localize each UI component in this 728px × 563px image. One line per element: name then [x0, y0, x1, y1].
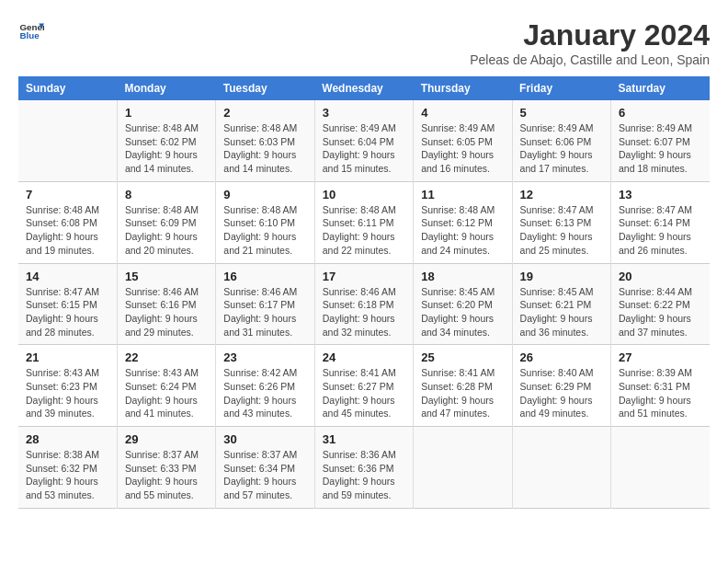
- calendar-cell: 13Sunrise: 8:47 AMSunset: 6:14 PMDayligh…: [611, 181, 710, 263]
- cell-info: Sunrise: 8:48 AMSunset: 6:08 PMDaylight:…: [26, 203, 109, 258]
- calendar-cell: 6Sunrise: 8:49 AMSunset: 6:07 PMDaylight…: [611, 100, 710, 181]
- calendar-cell: 11Sunrise: 8:48 AMSunset: 6:12 PMDayligh…: [414, 181, 512, 263]
- day-number: 4: [421, 106, 504, 120]
- calendar-cell: 22Sunrise: 8:43 AMSunset: 6:24 PMDayligh…: [117, 345, 215, 427]
- calendar-cell: 3Sunrise: 8:49 AMSunset: 6:04 PMDaylight…: [314, 100, 413, 181]
- day-number: 11: [421, 188, 504, 201]
- cell-info: Sunrise: 8:48 AMSunset: 6:02 PMDaylight:…: [125, 121, 208, 176]
- day-number: 27: [619, 350, 702, 364]
- day-number: 26: [520, 350, 603, 364]
- calendar-cell: 30Sunrise: 8:37 AMSunset: 6:34 PMDayligh…: [216, 427, 314, 509]
- calendar-week-3: 14Sunrise: 8:47 AMSunset: 6:15 PMDayligh…: [18, 263, 710, 345]
- cell-info: Sunrise: 8:38 AMSunset: 6:32 PMDaylight:…: [26, 448, 109, 502]
- calendar-cell: 18Sunrise: 8:45 AMSunset: 6:20 PMDayligh…: [414, 263, 512, 345]
- day-number: 17: [323, 270, 405, 283]
- day-number: 7: [26, 188, 109, 201]
- calendar-cell: 23Sunrise: 8:42 AMSunset: 6:26 PMDayligh…: [216, 345, 314, 427]
- calendar-cell: 20Sunrise: 8:44 AMSunset: 6:22 PMDayligh…: [611, 263, 710, 345]
- day-number: 12: [520, 188, 603, 201]
- page-subtitle: Peleas de Abajo, Castille and Leon, Spai…: [470, 52, 710, 67]
- day-number: 8: [125, 188, 208, 201]
- calendar-cell: 25Sunrise: 8:41 AMSunset: 6:28 PMDayligh…: [414, 345, 512, 427]
- cell-info: Sunrise: 8:47 AMSunset: 6:15 PMDaylight:…: [26, 285, 109, 339]
- day-number: 3: [323, 106, 405, 120]
- day-number: 19: [520, 270, 603, 283]
- cell-info: Sunrise: 8:49 AMSunset: 6:04 PMDaylight:…: [323, 121, 405, 176]
- day-header-thursday: Thursday: [414, 76, 512, 100]
- calendar-cell: 12Sunrise: 8:47 AMSunset: 6:13 PMDayligh…: [512, 181, 610, 263]
- cell-info: Sunrise: 8:39 AMSunset: 6:31 PMDaylight:…: [619, 366, 702, 420]
- day-header-friday: Friday: [512, 76, 610, 100]
- calendar-week-1: 1Sunrise: 8:48 AMSunset: 6:02 PMDaylight…: [18, 100, 710, 181]
- day-number: 22: [125, 350, 208, 364]
- day-number: 5: [520, 106, 603, 120]
- calendar-cell: 21Sunrise: 8:43 AMSunset: 6:23 PMDayligh…: [18, 345, 117, 427]
- calendar-cell: 2Sunrise: 8:48 AMSunset: 6:03 PMDaylight…: [216, 100, 314, 181]
- day-number: 1: [125, 106, 208, 120]
- cell-info: Sunrise: 8:46 AMSunset: 6:16 PMDaylight:…: [125, 285, 208, 339]
- calendar-cell: 8Sunrise: 8:48 AMSunset: 6:09 PMDaylight…: [117, 181, 215, 263]
- calendar-cell: 4Sunrise: 8:49 AMSunset: 6:05 PMDaylight…: [414, 100, 512, 181]
- cell-info: Sunrise: 8:40 AMSunset: 6:29 PMDaylight:…: [520, 366, 603, 420]
- calendar-cell: 15Sunrise: 8:46 AMSunset: 6:16 PMDayligh…: [117, 263, 215, 345]
- calendar-header-row: SundayMondayTuesdayWednesdayThursdayFrid…: [18, 76, 710, 100]
- cell-info: Sunrise: 8:44 AMSunset: 6:22 PMDaylight:…: [619, 285, 702, 339]
- day-header-sunday: Sunday: [18, 76, 117, 100]
- day-number: 9: [223, 188, 306, 201]
- cell-info: Sunrise: 8:48 AMSunset: 6:10 PMDaylight:…: [223, 203, 306, 258]
- day-header-tuesday: Tuesday: [216, 76, 314, 100]
- logo-icon: General Blue: [18, 18, 44, 44]
- day-number: 15: [125, 270, 208, 283]
- day-number: 10: [323, 188, 405, 201]
- day-number: 18: [421, 270, 504, 283]
- logo: General Blue: [18, 18, 44, 44]
- day-number: 13: [619, 188, 702, 201]
- cell-info: Sunrise: 8:47 AMSunset: 6:14 PMDaylight:…: [619, 203, 702, 258]
- calendar-cell: [414, 427, 512, 509]
- calendar-cell: 24Sunrise: 8:41 AMSunset: 6:27 PMDayligh…: [314, 345, 413, 427]
- day-number: 30: [223, 432, 306, 446]
- cell-info: Sunrise: 8:49 AMSunset: 6:05 PMDaylight:…: [421, 121, 504, 176]
- day-number: 25: [421, 350, 504, 364]
- cell-info: Sunrise: 8:43 AMSunset: 6:23 PMDaylight:…: [26, 366, 109, 420]
- calendar-cell: 17Sunrise: 8:46 AMSunset: 6:18 PMDayligh…: [314, 263, 413, 345]
- day-header-monday: Monday: [117, 76, 215, 100]
- cell-info: Sunrise: 8:41 AMSunset: 6:27 PMDaylight:…: [323, 366, 405, 420]
- day-number: 21: [26, 350, 109, 364]
- cell-info: Sunrise: 8:47 AMSunset: 6:13 PMDaylight:…: [520, 203, 603, 258]
- calendar-cell: 31Sunrise: 8:36 AMSunset: 6:36 PMDayligh…: [314, 427, 413, 509]
- day-number: 24: [323, 350, 405, 364]
- calendar-cell: [18, 100, 117, 181]
- day-number: 6: [619, 106, 702, 120]
- cell-info: Sunrise: 8:48 AMSunset: 6:03 PMDaylight:…: [223, 121, 306, 176]
- calendar-table: SundayMondayTuesdayWednesdayThursdayFrid…: [18, 76, 710, 509]
- cell-info: Sunrise: 8:43 AMSunset: 6:24 PMDaylight:…: [125, 366, 208, 420]
- cell-info: Sunrise: 8:37 AMSunset: 6:33 PMDaylight:…: [125, 448, 208, 502]
- calendar-cell: 14Sunrise: 8:47 AMSunset: 6:15 PMDayligh…: [18, 263, 117, 345]
- page-title: January 2024: [470, 18, 710, 52]
- cell-info: Sunrise: 8:48 AMSunset: 6:12 PMDaylight:…: [421, 203, 504, 258]
- calendar-cell: 28Sunrise: 8:38 AMSunset: 6:32 PMDayligh…: [18, 427, 117, 509]
- day-number: 29: [125, 432, 208, 446]
- calendar-week-4: 21Sunrise: 8:43 AMSunset: 6:23 PMDayligh…: [18, 345, 710, 427]
- day-number: 16: [223, 270, 306, 283]
- calendar-cell: 19Sunrise: 8:45 AMSunset: 6:21 PMDayligh…: [512, 263, 610, 345]
- title-area: January 2024 Peleas de Abajo, Castille a…: [470, 18, 710, 67]
- calendar-cell: 5Sunrise: 8:49 AMSunset: 6:06 PMDaylight…: [512, 100, 610, 181]
- page-header: General Blue January 2024 Peleas de Abaj…: [18, 18, 710, 67]
- calendar-cell: 7Sunrise: 8:48 AMSunset: 6:08 PMDaylight…: [18, 181, 117, 263]
- cell-info: Sunrise: 8:36 AMSunset: 6:36 PMDaylight:…: [323, 448, 405, 502]
- day-number: 20: [619, 270, 702, 283]
- calendar-cell: 27Sunrise: 8:39 AMSunset: 6:31 PMDayligh…: [611, 345, 710, 427]
- day-number: 28: [26, 432, 109, 446]
- day-number: 23: [223, 350, 306, 364]
- day-number: 31: [323, 432, 405, 446]
- cell-info: Sunrise: 8:41 AMSunset: 6:28 PMDaylight:…: [421, 366, 504, 420]
- day-header-saturday: Saturday: [611, 76, 710, 100]
- svg-text:Blue: Blue: [19, 30, 40, 40]
- day-number: 14: [26, 270, 109, 283]
- cell-info: Sunrise: 8:48 AMSunset: 6:11 PMDaylight:…: [323, 203, 405, 258]
- calendar-cell: 10Sunrise: 8:48 AMSunset: 6:11 PMDayligh…: [314, 181, 413, 263]
- calendar-cell: 1Sunrise: 8:48 AMSunset: 6:02 PMDaylight…: [117, 100, 215, 181]
- cell-info: Sunrise: 8:49 AMSunset: 6:06 PMDaylight:…: [520, 121, 603, 176]
